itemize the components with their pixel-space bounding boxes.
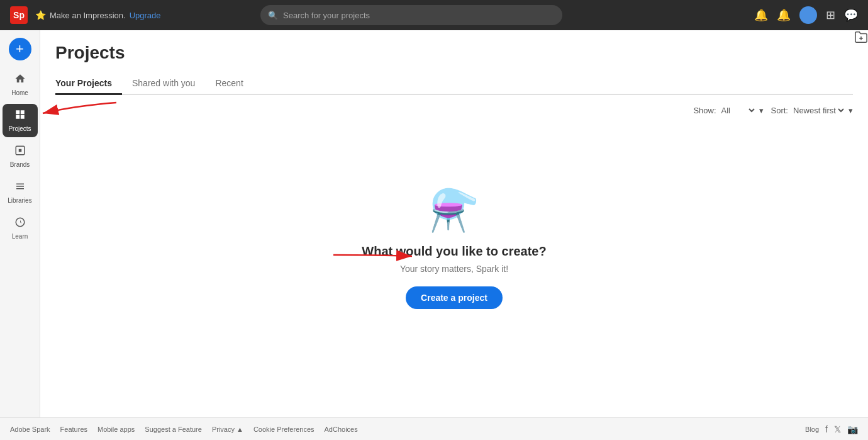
tabs: Your Projects Shared with you Recent <box>55 73 853 95</box>
footer-link-privacy[interactable]: Privacy ▲ <box>212 426 243 433</box>
body-layout: + Home Projects Brands Libraries <box>0 30 868 417</box>
create-project-button[interactable]: Create a project <box>406 286 503 309</box>
main-content: Projects Your Projects Shared with you R… <box>40 30 868 417</box>
libraries-icon <box>14 181 26 195</box>
sidebar-label-brands: Brands <box>10 161 30 168</box>
tab-your-projects[interactable]: Your Projects <box>55 73 122 95</box>
twitter-icon[interactable]: 𝕏 <box>834 424 841 434</box>
footer-link-suggest-feature[interactable]: Suggest a Feature <box>145 426 202 433</box>
notification-bell-icon[interactable]: 🔔 <box>754 8 768 22</box>
sidebar-label-libraries: Libraries <box>8 197 31 204</box>
brands-icon <box>14 145 26 159</box>
sidebar-item-home[interactable]: Home <box>3 68 38 101</box>
tab-recent[interactable]: Recent <box>215 73 253 95</box>
show-filter[interactable]: Show: All Pages Posts Videos ▾ <box>693 105 763 116</box>
footer-link-adchoices[interactable]: AdChoices <box>325 426 358 433</box>
footer: Adobe Spark Features Mobile apps Suggest… <box>0 417 868 440</box>
upgrade-link[interactable]: Upgrade <box>130 11 161 20</box>
sidebar-item-libraries[interactable]: Libraries <box>3 176 38 209</box>
apps-grid-icon[interactable]: ⊞ <box>826 8 835 22</box>
sort-select[interactable]: Newest first Oldest first A–Z Z–A <box>791 105 846 116</box>
avatar[interactable] <box>799 6 817 24</box>
page-title: Projects <box>55 43 853 63</box>
footer-link-blog[interactable]: Blog <box>805 426 819 433</box>
empty-state-subtitle: Your story matters, Spark it! <box>400 264 508 274</box>
footer-link-adobe-spark[interactable]: Adobe Spark <box>10 426 50 433</box>
footer-links: Adobe Spark Features Mobile apps Suggest… <box>10 426 358 433</box>
alert-icon[interactable]: 🔔 <box>777 8 791 22</box>
nav-icons: 🔔 🔔 ⊞ 💬 <box>754 6 858 24</box>
sidebar-item-brands[interactable]: Brands <box>3 140 38 173</box>
show-select[interactable]: All Pages Posts Videos <box>719 105 757 116</box>
sidebar-item-learn[interactable]: Learn <box>3 212 38 245</box>
empty-state-illustration: ⚗️ <box>429 187 479 234</box>
sidebar-item-projects[interactable]: Projects <box>3 104 38 137</box>
top-navigation: Sp ⭐ Make an Impression. Upgrade 🔍 🔔 🔔 ⊞… <box>0 0 868 30</box>
sidebar: + Home Projects Brands Libraries <box>0 30 40 417</box>
folder-button[interactable] <box>854 30 868 47</box>
empty-state-title: What would you like to create? <box>362 244 546 259</box>
footer-social: Blog f 𝕏 📷 <box>805 424 858 434</box>
learn-icon <box>14 217 26 231</box>
footer-link-cookie[interactable]: Cookie Preferences <box>253 426 314 433</box>
help-icon[interactable]: 💬 <box>844 8 858 22</box>
sidebar-label-home: Home <box>11 89 28 96</box>
sort-chevron-icon: ▾ <box>849 106 853 115</box>
sort-filter[interactable]: Sort: Newest first Oldest first A–Z Z–A … <box>771 105 853 116</box>
empty-state: ⚗️ What would you like to create? Your s… <box>55 128 853 417</box>
show-chevron-icon: ▾ <box>759 106 764 115</box>
sidebar-label-learn: Learn <box>12 233 28 240</box>
upgrade-banner: ⭐ Make an Impression. Upgrade <box>35 10 161 20</box>
tab-shared-with-you[interactable]: Shared with you <box>132 73 205 95</box>
sort-row: Show: All Pages Posts Videos ▾ Sort: New… <box>55 105 853 116</box>
search-input[interactable] <box>260 5 562 25</box>
instagram-icon[interactable]: 📷 <box>847 424 858 434</box>
facebook-icon[interactable]: f <box>825 424 828 434</box>
home-icon <box>14 73 26 87</box>
adobe-spark-logo[interactable]: Sp <box>10 6 28 24</box>
create-button[interactable]: + <box>9 38 31 60</box>
footer-link-features[interactable]: Features <box>60 426 87 433</box>
sidebar-label-projects: Projects <box>8 125 31 132</box>
star-icon: ⭐ <box>35 10 46 20</box>
search-bar: 🔍 <box>260 5 562 25</box>
footer-link-mobile-apps[interactable]: Mobile apps <box>97 426 135 433</box>
search-icon: 🔍 <box>268 11 278 20</box>
projects-icon <box>14 109 26 123</box>
